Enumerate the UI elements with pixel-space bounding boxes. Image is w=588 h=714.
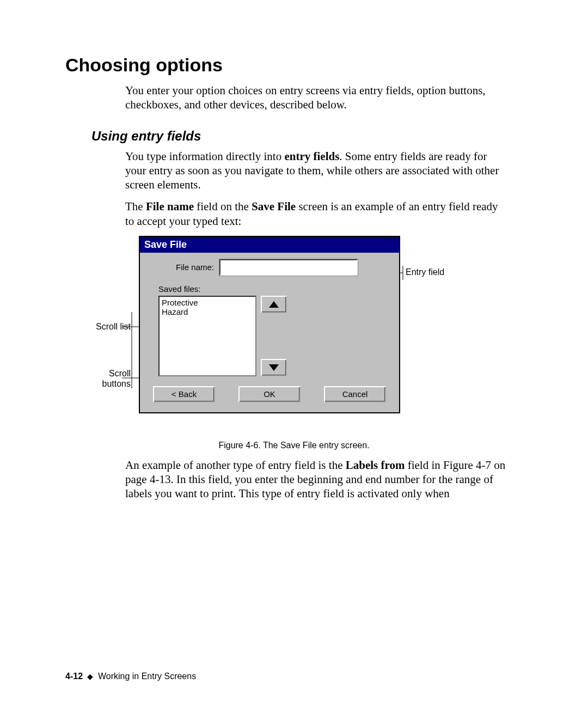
footer-section: Working in Entry Screens [98, 672, 196, 681]
cancel-button[interactable]: Cancel [324, 386, 386, 402]
scroll-up-button[interactable] [261, 296, 287, 313]
callout-scroll-list: Scroll list [79, 322, 131, 332]
file-name-input[interactable] [219, 259, 358, 276]
diamond-icon: ◆ [87, 672, 93, 681]
back-button[interactable]: < Back [153, 386, 215, 402]
callout-scroll-buttons: Scroll buttons [79, 368, 131, 389]
paragraph-file-name-example: The File name field on the Save File scr… [125, 199, 506, 228]
dialog-title: Save File [140, 237, 399, 253]
triangle-up-icon [268, 301, 279, 308]
file-name-label: File name: [148, 263, 219, 272]
svg-marker-9 [269, 364, 279, 371]
triangle-down-icon [268, 364, 279, 371]
page-footer: 4-12 ◆ Working in Entry Screens [65, 672, 196, 681]
page-heading: Choosing options [65, 54, 523, 76]
intro-paragraph: You enter your option choices on entry s… [125, 83, 506, 112]
page-number: 4-12 [65, 672, 83, 681]
saved-files-list[interactable]: Protective Hazard [158, 296, 256, 376]
list-item[interactable]: Protective [162, 298, 253, 307]
paragraph-labels-from: An example of another type of entry fiel… [125, 458, 506, 501]
save-file-dialog: Save File File name: Saved files: Protec… [139, 236, 400, 413]
ok-button[interactable]: OK [238, 386, 301, 402]
paragraph-entry-fields: You type information directly into entry… [125, 149, 506, 192]
subheading: Using entry fields [91, 129, 523, 144]
figure-save-file: Scroll list Scroll buttons Entry field S… [65, 236, 523, 432]
figure-caption: Figure 4-6. The Save File entry screen. [65, 441, 523, 450]
svg-marker-8 [269, 301, 279, 308]
scroll-down-button[interactable] [261, 359, 287, 376]
list-item[interactable]: Hazard [162, 307, 253, 316]
saved-files-label: Saved files: [158, 284, 391, 294]
callout-entry-field: Entry field [406, 267, 471, 277]
